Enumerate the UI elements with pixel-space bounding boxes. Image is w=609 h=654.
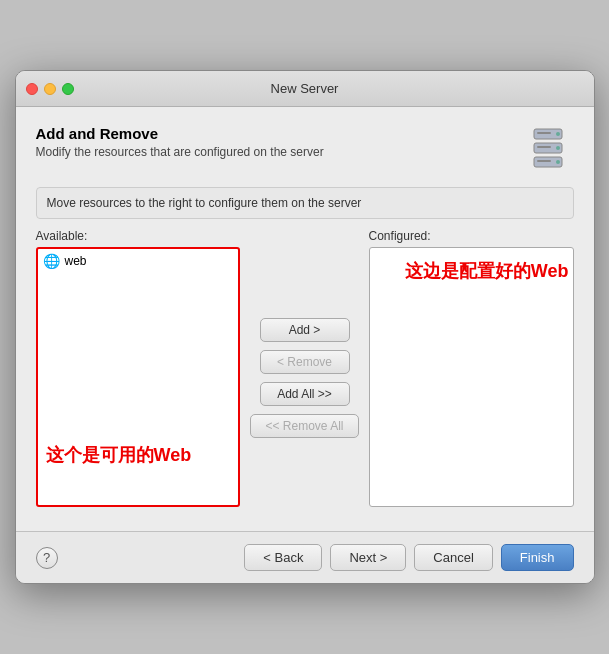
available-listbox[interactable]: 🌐 web [36,247,241,507]
item-name: web [65,254,87,268]
header-text: Add and Remove Modify the resources that… [36,125,324,159]
titlebar: New Server [16,71,594,107]
close-button[interactable] [26,83,38,95]
svg-point-3 [556,132,560,136]
configured-listbox[interactable] [369,247,574,507]
header-section: Add and Remove Modify the resources that… [36,125,574,173]
section-subtitle: Modify the resources that are configured… [36,145,324,159]
svg-rect-8 [537,160,551,162]
configured-label: Configured: [369,229,574,243]
web-icon: 🌐 [44,253,60,269]
section-title: Add and Remove [36,125,324,142]
dialog-window: New Server Add and Remove Modify the res… [15,70,595,584]
available-label: Available: [36,229,241,243]
remove-all-button[interactable]: << Remove All [250,414,358,438]
add-all-button[interactable]: Add All >> [260,382,350,406]
maximize-button[interactable] [62,83,74,95]
svg-point-5 [556,160,560,164]
traffic-lights [26,83,74,95]
svg-point-4 [556,146,560,150]
transfer-wrapper: Available: 🌐 web Add > < Remove Add All … [36,229,574,507]
nav-buttons: < Back Next > Cancel Finish [244,544,573,571]
back-button[interactable]: < Back [244,544,322,571]
annotation-available: 这个是可用的Web [46,443,192,467]
finish-button[interactable]: Finish [501,544,574,571]
add-button[interactable]: Add > [260,318,350,342]
window-title: New Server [271,81,339,96]
minimize-button[interactable] [44,83,56,95]
remove-button[interactable]: < Remove [260,350,350,374]
list-item[interactable]: 🌐 web [38,249,239,273]
svg-rect-7 [537,146,551,148]
help-button[interactable]: ? [36,547,58,569]
instruction-text: Move resources to the right to configure… [36,187,574,219]
annotation-configured: 这边是配置好的Web [405,259,569,283]
cancel-button[interactable]: Cancel [414,544,492,571]
dialog-content: Add and Remove Modify the resources that… [16,107,594,521]
server-icon [526,125,574,173]
transfer-buttons: Add > < Remove Add All >> << Remove All [240,249,368,507]
svg-rect-6 [537,132,551,134]
next-button[interactable]: Next > [330,544,406,571]
bottom-bar: ? < Back Next > Cancel Finish [16,531,594,583]
